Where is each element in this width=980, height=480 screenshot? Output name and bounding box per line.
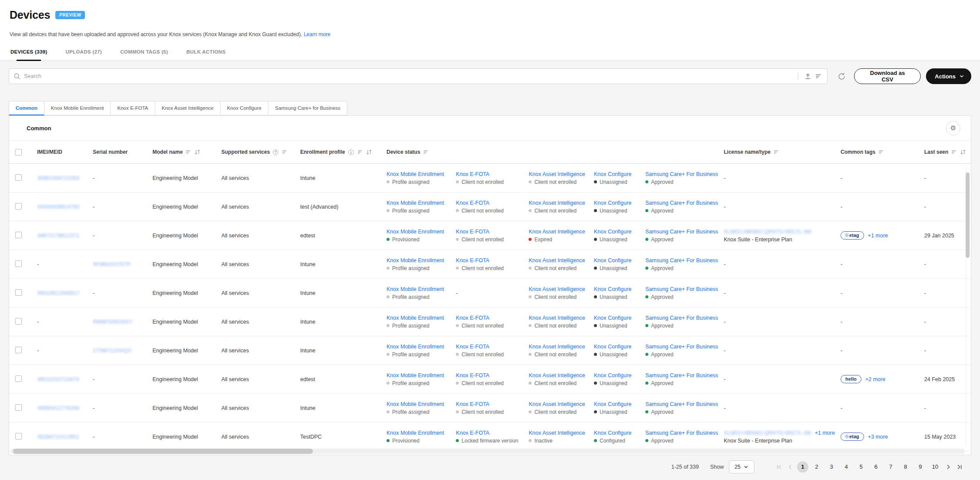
page-number-6[interactable]: 6	[869, 461, 882, 473]
row-checkbox[interactable]	[15, 375, 22, 382]
service-status-link[interactable]: Samsung Care+ For Business	[645, 315, 716, 321]
next-page-icon[interactable]	[943, 464, 954, 470]
page-number-5[interactable]: 5	[855, 461, 868, 473]
service-status-link[interactable]: Knox Mobile Enrollment	[387, 372, 452, 379]
page-number-8[interactable]: 8	[899, 461, 912, 473]
service-status-link[interactable]: Knox Mobile Enrollment	[387, 315, 452, 321]
license-more-link[interactable]: +1 more	[815, 430, 835, 436]
info-icon[interactable]: i	[348, 149, 354, 155]
service-status-link[interactable]: Samsung Care+ For Business	[645, 430, 716, 436]
service-status-link[interactable]: Knox Configure	[594, 286, 642, 292]
service-status-link[interactable]: Knox Configure	[594, 372, 642, 379]
page-number-4[interactable]: 4	[840, 461, 853, 473]
tag-pill[interactable]: fretag	[841, 231, 864, 240]
service-status-link[interactable]: Knox Asset Intelligence	[529, 401, 590, 407]
help-icon[interactable]: ?	[272, 149, 279, 155]
service-status-link[interactable]: Knox Configure	[594, 200, 642, 206]
service-status-link[interactable]: Knox Mobile Enrollment	[387, 257, 452, 264]
sort-icon[interactable]	[960, 149, 966, 155]
service-status-link[interactable]: Knox Asset Intelligence	[529, 430, 590, 436]
search-input[interactable]	[24, 73, 792, 79]
tag-pill[interactable]: fretag	[841, 433, 864, 441]
main-tab-devices-339[interactable]: DEVICES (339)	[10, 47, 48, 60]
main-tab-uploads-27[interactable]: UPLOADS (27)	[64, 47, 102, 60]
service-status-link[interactable]: Knox E-FOTA	[456, 171, 525, 177]
filter-icon[interactable]	[951, 149, 957, 155]
service-status-link[interactable]: Knox Mobile Enrollment	[387, 171, 452, 177]
service-status-link[interactable]: Knox Mobile Enrollment	[387, 430, 452, 436]
row-checkbox[interactable]	[15, 433, 22, 439]
horizontal-scrollbar-track[interactable]	[10, 449, 965, 454]
row-checkbox[interactable]	[15, 347, 22, 353]
actions-button[interactable]: Actions	[926, 68, 971, 84]
vertical-scrollbar-thumb[interactable]	[966, 172, 970, 258]
prev-page-icon[interactable]	[785, 464, 796, 470]
service-status-link[interactable]: Samsung Care+ For Business	[645, 286, 716, 292]
row-checkbox[interactable]	[15, 260, 22, 267]
filter-icon[interactable]	[423, 149, 429, 155]
refresh-icon[interactable]	[837, 72, 846, 81]
sort-icon[interactable]	[194, 149, 201, 155]
first-page-icon[interactable]	[773, 464, 785, 470]
service-tab-knox-configure[interactable]: Knox Configure	[220, 101, 268, 115]
sort-icon[interactable]	[366, 149, 373, 155]
service-status-link[interactable]: Knox Asset Intelligence	[529, 286, 590, 292]
service-status-link[interactable]: Knox Asset Intelligence	[529, 372, 590, 379]
service-tab-knox-asset-intelligence[interactable]: Knox Asset Intelligence	[155, 101, 220, 115]
service-status-link[interactable]: Knox Asset Intelligence	[529, 344, 590, 350]
service-status-link[interactable]: Knox Mobile Enrollment	[387, 401, 452, 407]
select-all-checkbox[interactable]	[15, 149, 22, 155]
vertical-scrollbar-track[interactable]	[966, 165, 970, 448]
service-status-link[interactable]: Samsung Care+ For Business	[645, 200, 716, 206]
service-status-link[interactable]: Knox E-FOTA	[456, 315, 525, 321]
tags-more-link[interactable]: +1 more	[868, 233, 888, 239]
row-checkbox[interactable]	[15, 318, 22, 325]
service-status-link[interactable]: Knox Asset Intelligence	[529, 171, 590, 177]
tags-more-link[interactable]: +2 more	[865, 376, 885, 382]
main-tab-common-tags-5[interactable]: COMMON TAGS (5)	[119, 47, 169, 60]
service-status-link[interactable]: Knox Configure	[594, 257, 642, 264]
service-status-link[interactable]: Samsung Care+ For Business	[645, 344, 716, 350]
service-status-link[interactable]: Knox Mobile Enrollment	[387, 200, 452, 206]
service-status-link[interactable]: Knox E-FOTA	[456, 401, 525, 407]
service-status-link[interactable]: Knox Asset Intelligence	[529, 315, 590, 321]
service-status-link[interactable]: Samsung Care+ For Business	[645, 372, 716, 379]
service-status-link[interactable]: Knox Asset Intelligence	[529, 257, 590, 264]
filter-icon[interactable]	[773, 149, 779, 155]
service-tab-samsung-care-for-business[interactable]: Samsung Care+ for Business	[268, 101, 347, 115]
learn-more-link[interactable]: Learn more	[304, 31, 330, 37]
upload-icon[interactable]	[804, 73, 811, 80]
service-status-link[interactable]: Knox Mobile Enrollment	[387, 344, 452, 350]
horizontal-scrollbar-thumb[interactable]	[13, 449, 313, 454]
filter-icon[interactable]	[878, 149, 884, 155]
table-settings-button[interactable]: ⚙	[946, 121, 960, 135]
filter-icon[interactable]	[815, 73, 822, 80]
service-tab-common[interactable]: Common	[9, 101, 44, 115]
service-status-link[interactable]: Knox Asset Intelligence	[529, 229, 590, 235]
service-status-link[interactable]: Knox E-FOTA	[456, 229, 525, 235]
page-number-1[interactable]: 1	[797, 461, 808, 473]
service-status-link[interactable]: Samsung Care+ For Business	[645, 171, 716, 177]
service-tab-knox-mobile-enrollment[interactable]: Knox Mobile Enrollment	[44, 101, 111, 115]
filter-icon[interactable]	[281, 149, 288, 155]
service-status-link[interactable]: Knox E-FOTA	[456, 372, 525, 379]
tag-pill[interactable]: hello	[841, 375, 861, 383]
download-csv-button[interactable]: Download as CSV	[854, 68, 921, 84]
page-number-7[interactable]: 7	[884, 461, 897, 473]
last-page-icon[interactable]	[954, 464, 965, 470]
page-number-9[interactable]: 9	[914, 461, 927, 473]
service-status-link[interactable]: Knox E-FOTA	[456, 344, 525, 350]
service-status-link[interactable]: Knox Configure	[594, 430, 642, 436]
filter-icon[interactable]	[357, 149, 363, 155]
service-status-link[interactable]: Knox E-FOTA	[456, 430, 525, 436]
page-number-10[interactable]: 10	[929, 461, 942, 473]
service-tab-knox-e-fota[interactable]: Knox E-FOTA	[110, 101, 155, 115]
row-checkbox[interactable]	[15, 203, 22, 210]
row-checkbox[interactable]	[15, 289, 22, 296]
service-status-link[interactable]: Knox Mobile Enrollment	[387, 229, 452, 235]
service-status-link[interactable]: Samsung Care+ For Business	[645, 401, 716, 407]
filter-icon[interactable]	[185, 149, 191, 155]
service-status-link[interactable]: Knox Configure	[594, 315, 642, 321]
service-status-link[interactable]: Knox Configure	[594, 344, 642, 350]
page-number-3[interactable]: 3	[825, 461, 838, 473]
